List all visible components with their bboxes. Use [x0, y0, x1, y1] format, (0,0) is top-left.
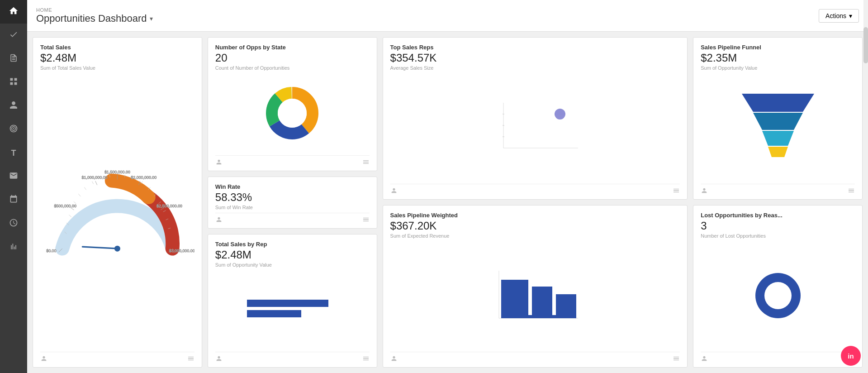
gauge-chart: $0.00 $500,000.00 $1,000,000.00 $1,500,0…: [40, 73, 194, 350]
mail-icon: [9, 171, 18, 182]
total-sales-by-rep-value: $2.48M: [215, 249, 370, 261]
total-sales-title: Total Sales: [40, 44, 194, 51]
menu-footer-icon[interactable]: [673, 187, 680, 196]
person-footer-icon8: [701, 355, 708, 363]
funnel-svg: [737, 94, 819, 162]
svg-text:$0.00: $0.00: [46, 249, 56, 253]
card-win-rate: Win Rate 58.33% Sum of Win Rate: [208, 177, 377, 229]
top-sales-reps-title: Top Sales Reps: [390, 44, 680, 51]
sidebar-item-clock[interactable]: [0, 212, 27, 235]
calendar-icon: [9, 195, 18, 206]
person-icon: [9, 100, 18, 112]
target-icon: [9, 124, 18, 135]
page-title: Opportunities Dashboard ▾: [36, 13, 153, 24]
sidebar-item-targets[interactable]: [0, 118, 27, 141]
grid-icon: [9, 77, 18, 88]
svg-point-53: [278, 99, 307, 128]
person-footer-icon4: [215, 158, 223, 167]
donut-svg: [258, 84, 326, 143]
svg-point-8: [555, 109, 565, 120]
sales-pipeline-weighted-footer: [390, 352, 680, 363]
person-footer-icon: [390, 187, 398, 196]
person-footer-icon3: [40, 355, 47, 363]
lost-opportunities-subtitle: Number of Lost Opportunities: [701, 233, 855, 239]
lost-opportunities-title: Lost Opportunities by Reas...: [701, 212, 855, 219]
check-icon: [9, 30, 18, 41]
svg-point-63: [764, 282, 792, 309]
top-sales-reps-value: $354.57K: [390, 52, 680, 64]
menu-footer-icon7[interactable]: [673, 355, 680, 363]
sidebar-item-tasks[interactable]: [0, 24, 27, 47]
win-rate-value: 58.33%: [215, 191, 370, 204]
menu-footer-icon6[interactable]: [362, 355, 370, 363]
svg-line-30: [74, 201, 76, 204]
svg-rect-59: [532, 287, 552, 318]
text-icon: T: [11, 148, 16, 158]
svg-line-17: [95, 181, 97, 185]
donut-chart: [215, 73, 370, 153]
svg-line-33: [92, 181, 93, 184]
header-left: HOME Opportunities Dashboard ▾: [36, 7, 153, 24]
sidebar-item-home[interactable]: [0, 0, 27, 24]
total-sales-by-rep-subtitle: Sum of Opportunity Value: [215, 262, 370, 268]
menu-footer-icon2[interactable]: [848, 187, 855, 196]
person-footer-icon7: [390, 355, 398, 363]
waterfall-svg: [490, 266, 580, 325]
win-rate-footer: [215, 213, 370, 225]
lost-opportunities-footer: [701, 352, 855, 363]
main-content: HOME Opportunities Dashboard ▾ Actions ▾…: [27, 0, 868, 373]
sidebar-item-reports[interactable]: [0, 47, 27, 71]
scrollbar-thumb[interactable]: [863, 27, 868, 63]
report-icon: [9, 53, 18, 65]
win-rate-subtitle: Sum of Win Rate: [215, 205, 370, 210]
sidebar-item-analytics[interactable]: [0, 235, 27, 259]
svg-text:$500,000.00: $500,000.00: [54, 204, 76, 208]
number-opps-subtitle: Count of Number of Opportunities: [215, 65, 370, 71]
menu-footer-icon3[interactable]: [187, 355, 194, 363]
person-footer-icon6: [215, 355, 223, 363]
header: HOME Opportunities Dashboard ▾ Actions ▾: [27, 0, 868, 32]
total-sales-value: $2.48M: [40, 52, 194, 64]
total-sales-by-rep-chart: [215, 270, 370, 352]
svg-line-29: [69, 215, 71, 217]
sidebar-item-calendar[interactable]: [0, 188, 27, 212]
breadcrumb: HOME: [36, 7, 153, 13]
rep-bar-svg: [247, 297, 337, 325]
svg-line-32: [84, 187, 86, 190]
sidebar-item-grid[interactable]: [0, 71, 27, 94]
actions-button[interactable]: Actions ▾: [819, 9, 859, 23]
scrollbar[interactable]: [863, 0, 868, 373]
top-sales-reps-subtitle: Average Sales Size: [390, 65, 680, 71]
number-opps-value: 20: [215, 52, 370, 64]
svg-point-47: [115, 247, 119, 250]
top-sales-reps-chart: [390, 73, 680, 182]
invision-badge[interactable]: in: [841, 346, 861, 366]
sidebar: T: [0, 0, 27, 373]
number-opps-footer: [215, 155, 370, 167]
total-sales-rep-footer: [215, 352, 370, 363]
menu-footer-icon4[interactable]: [362, 158, 370, 167]
waterfall-chart: [390, 241, 680, 350]
sales-pipeline-funnel-footer: [701, 184, 855, 196]
card-total-sales-by-rep: Total Sales by Rep $2.48M Sum of Opportu…: [208, 234, 377, 368]
sales-pipeline-funnel-subtitle: Sum of Opportunity Value: [701, 65, 855, 71]
top-sales-chart-svg: [490, 98, 580, 157]
svg-marker-12: [768, 147, 788, 157]
sidebar-item-mail[interactable]: [0, 165, 27, 188]
gauge-svg: $0.00 $500,000.00 $1,000,000.00 $1,500,0…: [40, 139, 194, 284]
svg-line-31: [78, 194, 81, 196]
svg-text:$2,000,000.00: $2,000,000.00: [131, 175, 157, 179]
number-opps-title: Number of Opps by State: [215, 44, 370, 51]
card-lost-opportunities: Lost Opportunities by Reas... 3 Number o…: [693, 205, 863, 368]
card-sales-pipeline-funnel: Sales Pipeline Funnel $2.35M Sum of Oppo…: [693, 37, 863, 200]
svg-text:$3,000,000.00: $3,000,000.00: [169, 249, 194, 253]
dropdown-caret-icon: ▾: [150, 15, 153, 22]
svg-marker-11: [762, 131, 794, 146]
sales-pipeline-weighted-value: $367.20K: [390, 220, 680, 232]
sidebar-item-editor[interactable]: T: [0, 141, 27, 165]
total-sales-by-rep-title: Total Sales by Rep: [215, 241, 370, 248]
sidebar-item-contacts[interactable]: [0, 94, 27, 118]
bar-chart-icon: [9, 242, 18, 253]
person-footer-icon5: [215, 216, 223, 225]
menu-footer-icon5[interactable]: [362, 216, 370, 225]
